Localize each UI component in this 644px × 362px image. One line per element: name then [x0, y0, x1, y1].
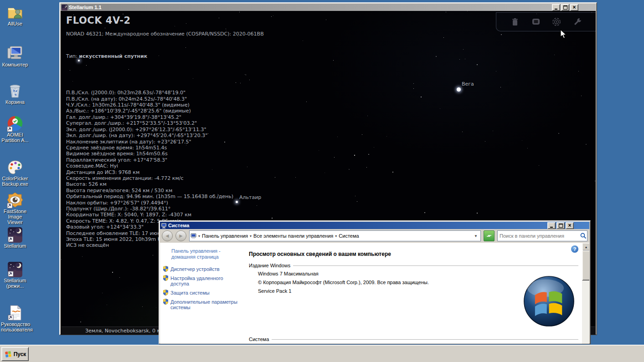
- folder-user-icon: [6, 4, 24, 21]
- system-titlebar[interactable]: Система ×: [160, 222, 589, 229]
- address-dropdown-icon[interactable]: ▼: [472, 234, 479, 238]
- object-info-line: П.В./Скл. (J2000.0): 0h23m28.63s/-78°48'…: [66, 90, 233, 96]
- object-info-line: Наклонение эклиптики (на дату): +23°26'1…: [66, 139, 233, 145]
- sidebar-task-link[interactable]: Дополнительные параметры системы: [163, 299, 241, 310]
- object-info-line: Высота перигея/апогея: 524 км / 530 км: [66, 188, 233, 194]
- start-button[interactable]: Пуск: [1, 347, 29, 361]
- sidebar-task-list: Диспетчер устройств Настройка удаленного…: [163, 266, 241, 314]
- breadcrumb-all-items[interactable]: Все элементы панели управления: [253, 233, 333, 239]
- windows-flag-icon: [4, 350, 12, 358]
- object-info-line: Гал. долг./шир.: +304°39'19.8"/-38°13'45…: [66, 114, 233, 120]
- desktop-icon-stellarium[interactable]: Stellarium: [1, 226, 29, 249]
- palette-icon: [6, 158, 24, 176]
- stellarium-icon: [6, 226, 24, 243]
- address-location-icon: [191, 233, 196, 239]
- close-button[interactable]: ×: [570, 4, 578, 11]
- object-info-line: Среднее звёздное время: 1h54m51.4s: [66, 145, 233, 151]
- desktop-icon-recycle-bin[interactable]: Корзина: [1, 82, 29, 105]
- computer-icon: [6, 45, 24, 62]
- breadcrumb-arrow-icon[interactable]: ▾: [334, 234, 338, 238]
- minimize-button[interactable]: [552, 4, 560, 11]
- stellarium-app-icon: [62, 5, 67, 10]
- star-altair[interactable]: [236, 201, 238, 203]
- start-label: Пуск: [14, 351, 26, 357]
- desktop-icon-user-guide[interactable]: Руководствопользователя: [1, 304, 29, 332]
- object-info-line: Созвездие.МАС: Hyi: [66, 163, 233, 169]
- recycle-bin-icon: [6, 82, 24, 99]
- object-info-line: Высота: 526 км: [66, 181, 233, 187]
- system-window-title: Система: [168, 223, 588, 228]
- object-info-line: Координаты TEME: X: 5040, Y: 1897, Z: -4…: [66, 212, 233, 218]
- selected-object-designation: NORAD 46321; Международное обозначение (…: [66, 31, 264, 37]
- vertical-scrollbar[interactable]: ▲: [582, 243, 589, 344]
- system-window-content: Панель управления - домашняя страница Ди…: [160, 243, 589, 344]
- desktop-icon-colorpicker[interactable]: ColorPickerBackup.exe: [1, 158, 29, 187]
- stellarium-window-title: Stellarium 1.1: [69, 5, 595, 10]
- forward-button[interactable]: ►: [175, 230, 186, 241]
- sidebar-task-link[interactable]: Защита системы: [163, 290, 241, 296]
- minimize-button[interactable]: [547, 222, 556, 229]
- search-box[interactable]: [497, 230, 587, 241]
- breadcrumb-system[interactable]: Система: [339, 233, 359, 239]
- star-vega[interactable]: [457, 87, 461, 92]
- object-info-line: Орбитальный период: 94.96 мин. (1h35m — …: [66, 194, 233, 199]
- desktop-icon-faststone[interactable]: FastStoneImage Viewer: [1, 191, 29, 225]
- address-bar[interactable]: ▾ Панель управления ▾ Все элементы панел…: [189, 230, 481, 241]
- sidebar-task-link[interactable]: Диспетчер устройств: [163, 266, 241, 272]
- object-info-line: Видимое звёздное время: 1h54m50.6s: [66, 151, 233, 157]
- scrollbar-thumb[interactable]: [582, 250, 589, 280]
- maximize-button[interactable]: [556, 222, 565, 229]
- document-icon: [6, 304, 24, 321]
- object-type-line: Тип: искусственный спутник: [66, 53, 233, 59]
- object-info-line: Параллактический угол: +17°47'58.3": [66, 157, 233, 163]
- sidebar-task-link[interactable]: Настройка удаленного доступа: [163, 275, 241, 286]
- desktop-icon-computer[interactable]: Компьютер: [1, 45, 29, 67]
- breadcrumb-arrow-icon[interactable]: ▾: [197, 234, 201, 238]
- display-icon[interactable]: [531, 17, 541, 27]
- close-button[interactable]: ×: [566, 222, 574, 229]
- search-input[interactable]: [498, 233, 580, 239]
- windows-logo: [523, 275, 575, 327]
- desktop-icon-alluse[interactable]: AllUse: [1, 4, 29, 26]
- help-button[interactable]: ?: [571, 245, 578, 253]
- object-info-line: П.В./Скл. (на дату): 0h24m24.52s/-78°40'…: [66, 96, 233, 102]
- search-icon[interactable]: [580, 232, 587, 240]
- sidebar-item-control-panel-home[interactable]: Панель управления - домашняя страница: [171, 248, 240, 260]
- image-viewer-eye-icon: [6, 191, 24, 209]
- os-name: Windows 7 Максимальная: [258, 271, 319, 276]
- trash-icon[interactable]: [510, 17, 520, 27]
- refresh-arrows-icon: [486, 233, 492, 239]
- object-info-line: Наклон орбиты: +97°26'57" (97.4494°): [66, 200, 233, 206]
- object-info-line: Скорость изменения дистанции: -4.772 км/…: [66, 175, 233, 181]
- system-window: Система × ◄ ► ▾ Панель управления ▾ Все …: [159, 220, 591, 344]
- object-info-line: Дистанция до ИСЗ: 9768 км: [66, 169, 233, 175]
- back-button[interactable]: ◄: [162, 230, 173, 241]
- object-info-line: Экл. долг./шир. (J2000.0): +297°26'12.3"…: [66, 127, 233, 133]
- uac-shield-icon: [163, 266, 168, 272]
- copyright-text: © Корпорация Майкрософт (Microsoft Corp.…: [258, 280, 429, 285]
- uac-shield-icon: [163, 299, 168, 305]
- wrench-icon[interactable]: [572, 17, 582, 27]
- breadcrumb-control-panel[interactable]: Панель управления: [202, 233, 248, 239]
- system-section-header: Система: [249, 337, 578, 342]
- stellarium-titlebar[interactable]: Stellarium 1.1 ×: [61, 4, 596, 11]
- satellite-marker: [78, 60, 80, 61]
- service-pack: Service Pack 1: [258, 288, 291, 294]
- target-icon[interactable]: [551, 17, 562, 27]
- object-info-line: Супергал. долг./шир.: +217°52'33.5"/-13°…: [66, 120, 233, 126]
- uac-shield-icon: [163, 290, 168, 296]
- partition-assistant-icon: [6, 115, 24, 132]
- system-app-icon: [161, 223, 167, 229]
- breadcrumb-arrow-icon[interactable]: ▾: [249, 234, 252, 238]
- selected-object-title: FLOCK 4V-2: [66, 15, 131, 26]
- stellarium-icon: [6, 260, 24, 278]
- maximize-button[interactable]: [561, 4, 569, 11]
- star-label-altair: Альтаир: [239, 194, 261, 200]
- scrollbar-up-arrow[interactable]: ▲: [582, 243, 589, 251]
- desktop-icon-stellarium-2[interactable]: Stellarium(режи...: [1, 260, 29, 289]
- satellite-toolbox: [496, 12, 596, 31]
- object-info-line: Ч.У./Скл.: 1h30m26.11s/-78°40'48.3" (вид…: [66, 102, 233, 108]
- refresh-button[interactable]: [484, 230, 495, 241]
- taskbar: Пуск -64 RU RU: [0, 345, 644, 362]
- desktop-icon-aomei[interactable]: AOMEIPartition A...: [1, 115, 29, 143]
